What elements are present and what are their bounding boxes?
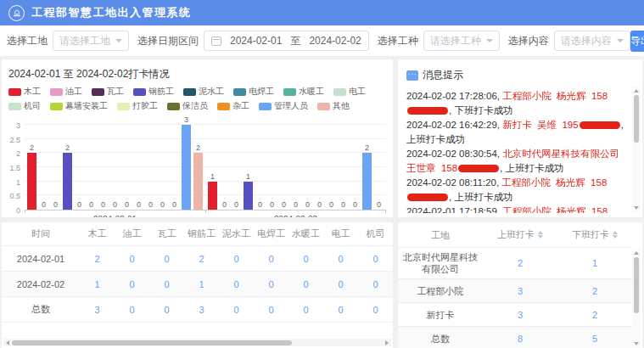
- table-row: 工程部小院32: [398, 279, 632, 303]
- legend-item[interactable]: 瓦工: [92, 86, 124, 98]
- count-link[interactable]: 8: [483, 330, 557, 347]
- count-link[interactable]: 0: [323, 305, 358, 315]
- legend-item[interactable]: 打胶工: [117, 100, 158, 112]
- bar-木工[interactable]: [208, 182, 217, 210]
- legend-swatch-icon: [50, 88, 63, 96]
- bar-value-label: 1: [246, 172, 250, 181]
- export-button[interactable]: 导出: [630, 31, 644, 52]
- count-link[interactable]: 0: [115, 305, 149, 315]
- scrollbar-thumb[interactable]: [634, 257, 639, 313]
- scroll-left-icon[interactable]: [6, 340, 9, 345]
- legend-item[interactable]: 机司: [8, 100, 41, 112]
- count-link[interactable]: 0: [254, 305, 288, 315]
- count-link[interactable]: 2: [483, 255, 557, 272]
- legend-item[interactable]: 木工: [8, 86, 41, 98]
- legend-item[interactable]: 油工: [50, 86, 82, 98]
- count-link[interactable]: 0: [358, 254, 393, 264]
- count-link[interactable]: 0: [149, 279, 184, 289]
- column-header: 泥水工: [219, 227, 254, 240]
- bar-其他[interactable]: [193, 153, 203, 210]
- scrollbar-thumb[interactable]: [12, 340, 292, 345]
- site-select[interactable]: 请选择工地: [53, 31, 129, 51]
- chart-yaxis: 00.511.522.53: [5, 126, 25, 210]
- sort-icon[interactable]: [613, 231, 618, 239]
- legend-swatch-icon: [8, 88, 21, 96]
- left-table-hscrollbar[interactable]: [3, 339, 391, 346]
- bar-slot: 0: [338, 200, 350, 210]
- legend-item[interactable]: 其他: [317, 100, 350, 112]
- scroll-up-icon[interactable]: [634, 89, 639, 93]
- count-link[interactable]: 0: [149, 305, 184, 315]
- count-link[interactable]: 3: [483, 306, 557, 323]
- bar-钢筋工[interactable]: [63, 153, 72, 210]
- legend-label: 电工: [349, 86, 366, 98]
- count-link[interactable]: 3: [184, 305, 219, 315]
- count-link[interactable]: 2: [557, 283, 632, 300]
- scroll-up-icon[interactable]: [634, 251, 639, 255]
- column-header[interactable]: 上班打卡: [483, 225, 557, 244]
- worktype-select[interactable]: 请选择工种: [423, 31, 500, 51]
- count-link[interactable]: 2: [557, 306, 632, 323]
- count-link[interactable]: 0: [323, 254, 358, 264]
- scroll-right-icon[interactable]: [385, 340, 389, 345]
- legend-item[interactable]: 水暖工: [283, 86, 324, 98]
- count-link[interactable]: 1: [80, 279, 115, 289]
- count-link[interactable]: 0: [254, 279, 288, 289]
- legend-item[interactable]: 电工: [333, 86, 366, 98]
- legend-item[interactable]: 泥水工: [183, 86, 224, 98]
- count-link[interactable]: 0: [219, 254, 254, 264]
- bar-钢筋工[interactable]: [244, 182, 253, 210]
- count-link[interactable]: 0: [254, 254, 288, 264]
- count-link[interactable]: 0: [323, 279, 358, 289]
- count-link[interactable]: 0: [358, 279, 393, 289]
- bar-木工[interactable]: [27, 153, 36, 210]
- count-link[interactable]: 0: [358, 305, 393, 315]
- count-link[interactable]: 5: [557, 330, 632, 347]
- bar-管理人员[interactable]: [362, 153, 372, 210]
- scroll-down-icon[interactable]: [634, 206, 639, 210]
- sort-icon[interactable]: [538, 231, 543, 239]
- count-link[interactable]: 3: [483, 283, 557, 300]
- count-link[interactable]: 0: [288, 305, 323, 315]
- legend-item[interactable]: 幕墙安装工: [50, 100, 108, 112]
- column-header[interactable]: 下班打卡: [557, 225, 632, 244]
- site-select-placeholder: 请选择工地: [59, 34, 110, 48]
- table-row: 2024-02-02100100000: [2, 272, 393, 297]
- count-link[interactable]: 0: [219, 279, 254, 289]
- count-link[interactable]: 1: [557, 255, 632, 272]
- count-link[interactable]: 0: [115, 279, 149, 289]
- count-link[interactable]: 1: [184, 279, 219, 289]
- date-start-value[interactable]: 2024-02-01: [230, 35, 282, 47]
- count-link[interactable]: 2: [184, 254, 219, 264]
- legend-item[interactable]: 杂工: [217, 100, 249, 112]
- legend-item[interactable]: 保洁员: [167, 100, 208, 112]
- bar-slot: 2: [62, 143, 74, 210]
- sort-asc-icon: [613, 231, 618, 234]
- messages-scrollbar[interactable]: [632, 87, 641, 212]
- bar-value-label: 3: [184, 115, 188, 124]
- main-content: 2024-02-01 至 2024-02-02打卡情况 木工油工瓦工钢筋工泥水工…: [0, 56, 644, 348]
- count-link[interactable]: 0: [149, 254, 184, 264]
- bar-slot: 2: [361, 143, 373, 210]
- right-table-vscrollbar[interactable]: [632, 249, 641, 348]
- count-link[interactable]: 0: [219, 305, 254, 315]
- count-link[interactable]: 0: [115, 254, 149, 264]
- bar-slot: 0: [38, 200, 50, 210]
- legend-item[interactable]: 管理人员: [259, 100, 308, 112]
- count-link[interactable]: 0: [288, 254, 323, 264]
- chevron-down-icon: [486, 39, 493, 42]
- legend-label: 油工: [65, 86, 82, 98]
- legend-item[interactable]: 电焊工: [233, 86, 274, 98]
- scrollbar-thumb[interactable]: [634, 95, 639, 143]
- count-link[interactable]: 0: [288, 279, 323, 289]
- date-range-picker[interactable]: 2024-02-01 至 2024-02-02: [204, 31, 369, 51]
- message-item: 2024-02-02 17:28:06, 工程部小院 杨光辉 158, 下班打卡…: [406, 89, 629, 118]
- bar-管理人员[interactable]: [182, 125, 191, 210]
- message-list: 2024-02-02 17:28:06, 工程部小院 杨光辉 158, 下班打卡…: [398, 87, 642, 213]
- legend-item[interactable]: 钢筋工: [133, 86, 174, 98]
- content-select[interactable]: 请选择内容: [554, 31, 630, 51]
- scroll-down-icon[interactable]: [634, 342, 639, 345]
- count-link[interactable]: 2: [80, 254, 115, 264]
- count-link[interactable]: 3: [80, 305, 115, 315]
- date-end-value[interactable]: 2024-02-02: [309, 35, 361, 47]
